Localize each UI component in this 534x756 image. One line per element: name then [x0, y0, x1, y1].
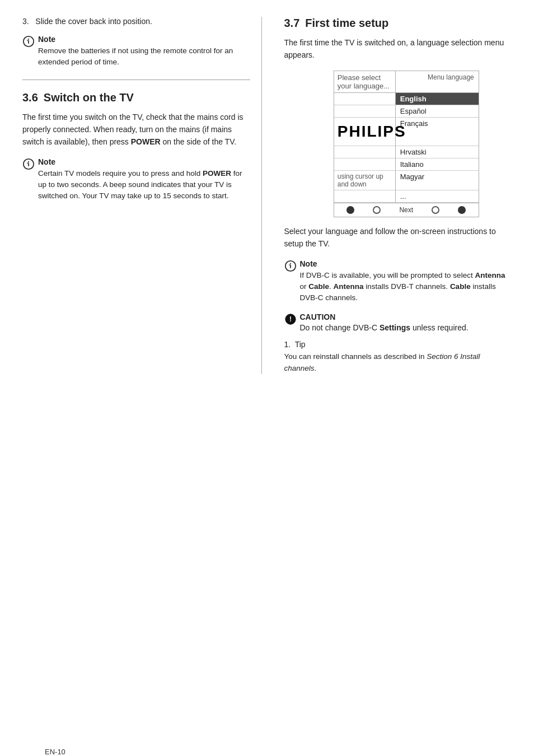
lang-option-hrvatski[interactable]: Hrvatski [396, 146, 479, 158]
philips-logo-cell: PHILIPS [334, 118, 396, 146]
nav-dot-1 [346, 206, 354, 214]
lang-row-left-empty-1 [334, 93, 396, 105]
lang-option-magyar[interactable]: Magyar [396, 171, 479, 190]
lang-row-espanol[interactable]: Español [334, 105, 479, 118]
tip-label-text: Tip [295, 340, 306, 349]
tip-body: You can reinstall channels as described … [284, 351, 512, 374]
note-2: Note Certain TV models require you to pr… [22, 157, 250, 202]
antenna-bold-1: Antenna [475, 271, 505, 279]
section-36-number: 3.6 [22, 91, 38, 104]
lang-row-left-empty-4 [334, 158, 396, 170]
lang-bottom-nav: Next [334, 203, 479, 217]
note-1-text: Remove the batteries if not using the re… [38, 45, 250, 68]
section-37-heading: 3.7 First time setup [284, 17, 512, 30]
language-menu: Please select your language... Menu lang… [334, 71, 479, 217]
section-36-heading: 3.6 Switch on the TV [22, 91, 250, 104]
note-3-title: Note [300, 259, 512, 268]
power-bold-2: POWER [203, 169, 231, 178]
nav-next-label[interactable]: Next [399, 206, 413, 214]
cable-bold-2: Cable [450, 282, 471, 291]
lang-option-english[interactable]: English [396, 93, 479, 105]
lang-row-left-empty-2 [334, 105, 396, 117]
caution-icon: ! [284, 313, 297, 325]
note-icon-3 [284, 260, 297, 272]
lang-option-italiano[interactable]: Italiano [396, 158, 479, 170]
lang-option-espanol[interactable]: Español [396, 105, 479, 117]
lang-header-row: Please select your language... Menu lang… [334, 71, 479, 93]
power-bold-1: POWER [131, 137, 161, 146]
lang-row-english[interactable]: English [334, 93, 479, 105]
cable-bold-1: Cable [308, 282, 329, 291]
caution-text: Do not change DVB-C Settings unless requ… [300, 323, 469, 332]
section-37-intro: The first time the TV is switched on, a … [284, 36, 512, 62]
lang-option-francais[interactable]: Français [396, 118, 479, 146]
tip-item: 1. Tip You can reinstall channels as des… [284, 340, 512, 374]
section-37-after: Select your language and follow the on-s… [284, 225, 512, 250]
note-2-text: Certain TV models require you to press a… [38, 168, 250, 202]
section-divider-1 [22, 80, 250, 80]
language-selection-ui: Please select your language... Menu lang… [301, 71, 512, 217]
step-3-number: 3. [22, 17, 29, 26]
lang-row-italiano[interactable]: Italiano [334, 158, 479, 171]
tip-number: 1. [284, 340, 291, 349]
note-icon [22, 35, 35, 48]
lang-option-more[interactable]: ... [396, 190, 479, 202]
section-36-body: The first time you switch on the TV, che… [22, 111, 250, 148]
lang-row-left-empty-5 [334, 190, 396, 202]
lang-row-more[interactable]: ... [334, 190, 479, 203]
svg-point-10 [289, 263, 291, 264]
menu-language-label: Menu language [428, 73, 474, 81]
step-3: 3. Slide the cover back into position. [22, 17, 250, 26]
note-3-text: If DVB-C is available, you will be promp… [300, 270, 512, 304]
lang-row-magyar[interactable]: using cursor up and down Magyar [334, 171, 479, 190]
caution-title: CAUTION [300, 312, 469, 321]
lang-row-hrvatski[interactable]: Hrvatski [334, 146, 479, 158]
nav-dot-next[interactable] [373, 206, 381, 214]
lang-header-right: Menu language [396, 71, 479, 92]
tip-section-ref: Section 6 Install channels [284, 352, 480, 372]
svg-point-2 [28, 39, 29, 40]
svg-text:!: ! [289, 315, 292, 323]
nav-dot-3 [432, 206, 439, 214]
note-2-title: Note [38, 157, 250, 166]
caution-block: ! CAUTION Do not change DVB-C Settings u… [284, 312, 512, 332]
note-3: Note If DVB-C is available, you will be … [284, 259, 512, 304]
note-icon-2 [22, 158, 35, 170]
step-3-text: Slide the cover back into position. [35, 17, 152, 26]
antenna-bold-2: Antenna [334, 282, 364, 291]
page-footer: EN-10 [45, 748, 65, 756]
nav-dot-4 [458, 206, 466, 214]
note-1: Note Remove the batteries if not using t… [22, 35, 250, 68]
lang-row-left-using: using cursor up and down [334, 171, 396, 190]
settings-bold: Settings [380, 323, 410, 332]
philips-logo: PHILIPS [338, 119, 392, 144]
svg-point-6 [28, 161, 29, 162]
section-37-number: 3.7 [284, 17, 300, 30]
lang-row-left-empty-3 [334, 146, 396, 158]
section-37-title: First time setup [305, 17, 388, 30]
section-36-title: Switch on the TV [44, 91, 134, 104]
lang-header-left: Please select your language... [334, 71, 396, 92]
lang-row-francais[interactable]: PHILIPS Français [334, 118, 479, 146]
lang-prompt: Please select your language... [338, 73, 390, 90]
note-1-title: Note [38, 35, 250, 44]
